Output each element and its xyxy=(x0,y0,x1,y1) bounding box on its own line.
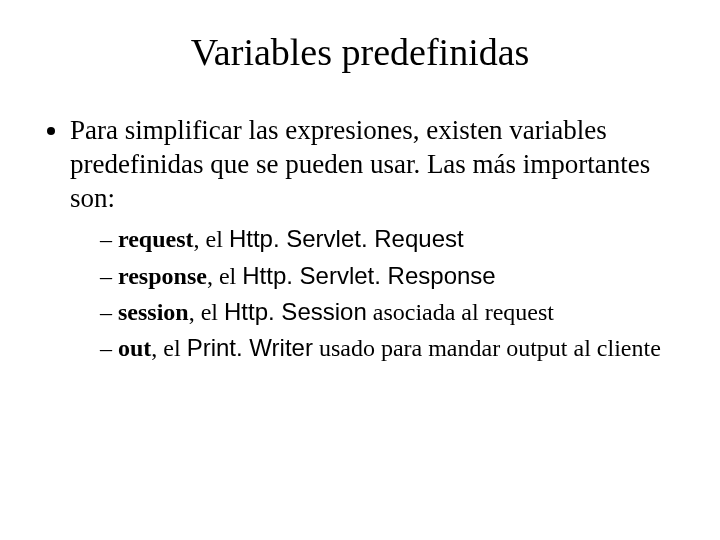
sub-item-request: request, el Http. Servlet. Request xyxy=(100,223,680,255)
intro-bullet: Para simplificar las expresiones, existe… xyxy=(70,114,680,365)
intro-text: Para simplificar las expresiones, existe… xyxy=(70,115,650,213)
class-name: Http. Servlet. Response xyxy=(242,262,495,289)
slide-title: Variables predefinidas xyxy=(40,30,680,74)
sub-item-response: response, el Http. Servlet. Response xyxy=(100,260,680,292)
var-name: request xyxy=(118,226,194,252)
sep: , el xyxy=(151,335,186,361)
sep: , el xyxy=(189,299,224,325)
sep: , el xyxy=(207,263,242,289)
tail: usado para mandar output al cliente xyxy=(313,335,661,361)
sub-item-session: session, el Http. Session asociada al re… xyxy=(100,296,680,328)
sub-item-out: out, el Print. Writer usado para mandar … xyxy=(100,332,680,364)
var-name: session xyxy=(118,299,189,325)
class-name: Print. Writer xyxy=(187,334,313,361)
var-name: response xyxy=(118,263,207,289)
sep: , el xyxy=(194,226,229,252)
slide: Variables predefinidas Para simplificar … xyxy=(0,0,720,540)
var-name: out xyxy=(118,335,151,361)
sub-list: request, el Http. Servlet. Request respo… xyxy=(70,223,680,365)
class-name: Http. Session xyxy=(224,298,367,325)
bullet-list: Para simplificar las expresiones, existe… xyxy=(40,114,680,365)
tail: asociada al request xyxy=(367,299,554,325)
class-name: Http. Servlet. Request xyxy=(229,225,464,252)
